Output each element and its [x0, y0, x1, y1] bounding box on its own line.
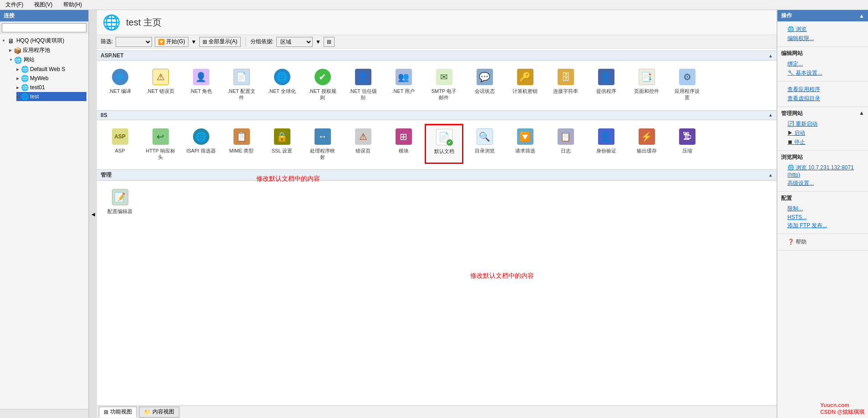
- tree-expand-apppool[interactable]: ▶: [9, 48, 12, 52]
- ftp-publish-link[interactable]: 添加 FTP 发布...: [781, 222, 864, 229]
- start-link[interactable]: ▶ 启动: [781, 129, 864, 137]
- tab-content-label: 内容视图: [152, 408, 174, 416]
- icon-ssl[interactable]: 🔒 SSL 设置: [263, 124, 301, 164]
- stop-link[interactable]: ⏹ 停止: [781, 138, 864, 146]
- watermark-yuucn: Yuucn.com: [820, 402, 864, 408]
- bind-link[interactable]: 绑定...: [781, 60, 864, 68]
- manage-collapse[interactable]: ▲: [768, 173, 773, 178]
- icon-outcache[interactable]: ⚡ 输出缓存: [627, 124, 666, 164]
- icon-appset[interactable]: ⚙ 应用程序设置: [668, 64, 706, 105]
- view-toggle-button[interactable]: ⊞: [324, 37, 335, 47]
- icon-pagecontrol-label: 页面和控件: [634, 88, 659, 94]
- tree-item-test01[interactable]: ▶ 🌐 test01: [16, 83, 86, 92]
- menu-view[interactable]: 视图(V): [32, 0, 54, 10]
- restart-link[interactable]: 🔄 重新启动: [781, 120, 864, 128]
- icon-errorpage[interactable]: ⚠ 错误页: [344, 124, 382, 164]
- tree-expand-myweb[interactable]: ▶: [16, 76, 19, 81]
- icon-dirbrowse[interactable]: 🔍 目录浏览: [465, 124, 504, 164]
- iis-label: IIS: [101, 112, 107, 118]
- tree-item-test[interactable]: ▶ 🌐 test: [16, 92, 86, 101]
- hsts-link[interactable]: HSTS...: [781, 214, 864, 220]
- icon-appset-label: 应用程序设置: [675, 88, 700, 101]
- tab-content[interactable]: 📁 内容视图: [139, 407, 179, 418]
- browse-http-link[interactable]: 🌐 浏览 10.7.231.132:8071(http): [781, 164, 864, 178]
- browse-link[interactable]: 🌐 浏览: [781, 25, 864, 33]
- tree-item-websites[interactable]: ▼ 🌐 网站: [9, 55, 86, 65]
- tree-expand-websites[interactable]: ▼: [9, 58, 13, 62]
- icon-dotnet-config[interactable]: 📄 .NET 配置文件: [222, 64, 261, 105]
- icon-log[interactable]: 📋 日志: [546, 124, 585, 164]
- icon-dotnet-user[interactable]: 👥 .NET 用户: [384, 64, 423, 105]
- advanced-link[interactable]: 高级设置...: [781, 179, 864, 187]
- icon-idauth[interactable]: 👤 身份验证: [587, 124, 625, 164]
- icon-provider[interactable]: 👤 提供程序: [587, 64, 625, 105]
- tree-expand-hqq[interactable]: ▼: [2, 39, 5, 43]
- icon-mime[interactable]: 📋 MIME 类型: [222, 124, 261, 164]
- show-all-button[interactable]: ⊞ 全部显示(A): [199, 37, 241, 47]
- tree-expand-defaultweb[interactable]: ▶: [16, 67, 19, 71]
- manage-site-title: 管理网站 ▲: [781, 110, 864, 117]
- icon-pagecontrol[interactable]: 📑 页面和控件: [627, 64, 666, 105]
- icon-dotnet-authz[interactable]: ✔ .NET 授权规则: [303, 64, 342, 105]
- icon-defaultdoc[interactable]: 📄 ✔ 默认文档: [425, 124, 463, 164]
- icon-dotnet-global-label: .NET 全球化: [268, 88, 296, 94]
- center-panel: 🌐 test 主页 筛选: 🔽 开始(G) ▼ ⊞ 全部显示(A) 分组依据: …: [97, 10, 777, 418]
- left-panel: 连接 ▼ 🖥 HQQ (HQQ\黄琪琪) ▶ 📦 应用程序池 ▼: [0, 10, 89, 418]
- icon-dotnet-global[interactable]: 🌐 .NET 全球化: [263, 64, 301, 105]
- icon-session[interactable]: 💬 会话状态: [465, 64, 504, 105]
- manage-site-title-text: 管理网站: [781, 110, 803, 117]
- cfgeditor-icon: 📝: [111, 188, 129, 206]
- filter-select[interactable]: [116, 37, 152, 47]
- tree-expand-test[interactable]: ▶: [16, 95, 19, 99]
- icon-smtp[interactable]: ✉ SMTP 电子邮件: [425, 64, 463, 105]
- icon-isapi[interactable]: 🌐 ISAPI 筛选器: [182, 124, 220, 164]
- bottom-tabs: ⊞ 功能视图 📁 内容视图: [97, 405, 777, 418]
- limit-link[interactable]: 限制...: [781, 205, 864, 213]
- icon-compress-label: 压缩: [682, 148, 692, 154]
- panel-toggle[interactable]: ◀: [89, 10, 97, 418]
- icon-dotnet-trust[interactable]: 👤 .NET 信任级别: [344, 64, 382, 105]
- icon-handler[interactable]: ↔ 处理程序映射: [303, 124, 342, 164]
- right-panel: 操作 ▲ 🌐 浏览 编辑权限... 编辑网站 绑定... 🔧 基本设置... 查…: [777, 10, 868, 418]
- tree-expand-test01[interactable]: ▶: [16, 86, 19, 90]
- icon-dotnet-role[interactable]: 👤 .NET 角色: [182, 64, 220, 105]
- icon-asp[interactable]: ASP ASP: [101, 124, 139, 164]
- icon-machinekey[interactable]: 🔑 计算机密钥: [506, 64, 544, 105]
- view-app-link[interactable]: 查看应用程序: [781, 86, 864, 93]
- tree-item-myweb[interactable]: ▶ 🌐 MyWeb: [16, 74, 86, 83]
- icon-asp-label: ASP: [115, 148, 125, 154]
- icon-dotnet-error[interactable]: ⚠ .NET 错误页: [141, 64, 180, 105]
- pagecontrol-icon: 📑: [638, 68, 656, 86]
- right-panel-collapse[interactable]: ▲: [859, 13, 864, 19]
- tab-func[interactable]: ⊞ 功能视图: [99, 407, 137, 418]
- icon-cfgeditor[interactable]: 📝 配置编辑器: [101, 184, 139, 218]
- icon-connstr[interactable]: 🗄 连接字符串: [546, 64, 585, 105]
- dirbrowse-icon: 🔍: [476, 127, 494, 146]
- start-button[interactable]: 🔽 开始(G): [155, 37, 188, 47]
- edit-perms-link[interactable]: 编辑权限...: [781, 35, 864, 42]
- icon-log-label: 日志: [561, 148, 571, 154]
- help-link[interactable]: ❓ 帮助: [781, 238, 864, 246]
- group-select[interactable]: 区域: [276, 37, 313, 47]
- menu-help[interactable]: 帮助(H): [61, 0, 84, 10]
- aspnet-collapse[interactable]: ▲: [768, 53, 773, 58]
- tree-item-apppool[interactable]: ▶ 📦 应用程序池: [9, 46, 86, 55]
- icon-http-header[interactable]: ↩ HTTP 响应标头: [141, 124, 180, 164]
- tree-item-hqq[interactable]: ▼ 🖥 HQQ (HQQ\黄琪琪): [2, 36, 86, 46]
- manage-collapse-icon[interactable]: ▲: [859, 110, 864, 117]
- right-section-browsesite: 浏览网站 🌐 浏览 10.7.231.132:8071(http) 高级设置..…: [777, 151, 868, 192]
- icon-reqfilter[interactable]: 🔽 请求筛选: [506, 124, 544, 164]
- tree-children-websites: ▶ 🌐 Default Web S ▶ 🌐 MyWeb ▶ 🌐 test01: [9, 65, 86, 101]
- icon-compress[interactable]: 🗜 压缩: [668, 124, 706, 164]
- basic-set-link[interactable]: 🔧 基本设置...: [781, 69, 864, 77]
- view-vdir-link[interactable]: 查看虚拟目录: [781, 95, 864, 102]
- right-section-viewapp: 查看应用程序 查看虚拟目录: [777, 82, 868, 107]
- tree-item-defaultweb[interactable]: ▶ 🌐 Default Web S: [16, 65, 86, 74]
- iis-collapse[interactable]: ▲: [768, 112, 773, 117]
- search-input[interactable]: [2, 23, 86, 32]
- icon-dotnet-compile-label: .NET 编译: [109, 88, 132, 94]
- menu-file[interactable]: 文件(F): [4, 0, 25, 10]
- icon-module[interactable]: ⊞ 模块: [384, 124, 423, 164]
- filter-icon: 🔽: [158, 39, 165, 45]
- icon-dotnet-compile[interactable]: 🌐 .NET 编译: [101, 64, 139, 105]
